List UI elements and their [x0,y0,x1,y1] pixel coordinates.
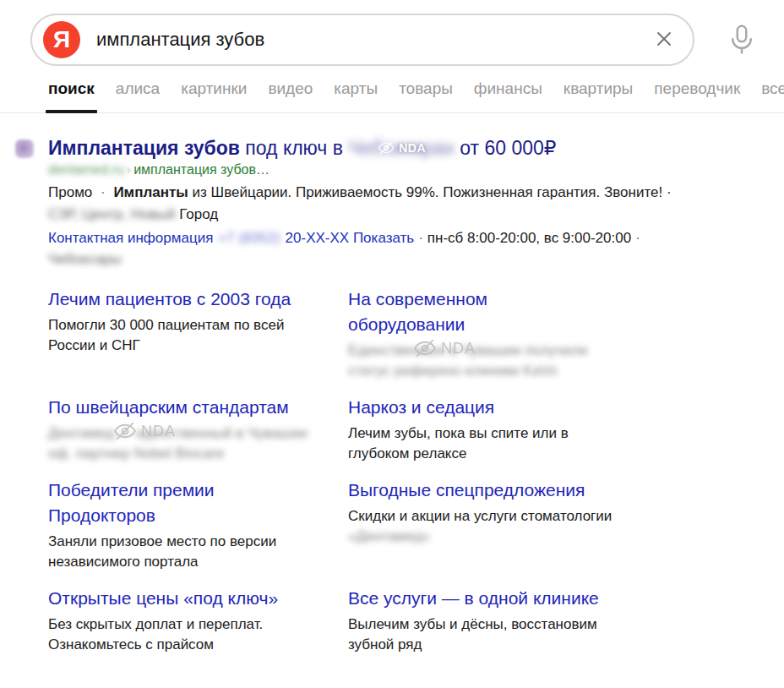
sitelink-item: Наркоз и седация Лечим зубы, пока вы спи… [348,395,648,464]
sitelinks-grid: Лечим пациентов с 2003 года Помогли 30 0… [0,287,784,655]
contact-info-link[interactable]: Контактная информация [48,230,213,246]
organic-result: Имплантация зубов под ключ в ЧебоксарахN… [0,135,784,268]
sitelink-description-line: Без скрытых доплат и переплат. [48,614,348,635]
snippet-text: из Швейцарии. Приживаемость 99%. Пожизне… [188,184,672,200]
redacted-city-region: ЧебоксарахNDA [348,135,455,161]
voice-search-button[interactable] [723,22,760,59]
sitelink-title-line: Открытые цены «под ключ» [48,586,278,611]
sitelink-title-line: оборудовании [348,312,487,337]
tab-images[interactable]: картинки [181,79,247,112]
breadcrumb-path: имплантация зубов… [133,162,270,177]
sitelink-title-line: Все услуги — в одной клинике [348,586,599,611]
tab-video[interactable]: видео [268,79,313,112]
sitelink-description-line: зубной ряд [348,635,648,655]
sitelink-title[interactable]: Наркоз и седация [348,395,494,420]
tab-all[interactable]: все [761,79,784,112]
sitelink-item: По швейцарским стандартам Дентамед — еди… [48,395,348,464]
redacted-text-line: оф. партнер Nobel Biocare [48,444,224,464]
working-hours: пн-сб 8:00-20:00, вс 9:00-20:00 [427,230,631,246]
sitelink-description: Единственные в Чувашии получилистатус ре… [348,341,648,381]
contact-info-line: Контактная информация+7 (8352)20-XX-XX П… [48,228,784,248]
redacted-text-line: «Дентамед» [348,527,430,547]
sitelink-title-line: Продокторов [48,503,215,528]
sitelink-title[interactable]: По швейцарским стандартам [48,395,289,420]
yandex-logo-letter: Я [53,28,70,52]
sitelink-title[interactable]: Победители премииПродокторов [48,478,215,528]
sitelink-description: Лечим зубы, пока вы спите или вглубоком … [348,423,648,464]
tab-alice[interactable]: алиса [116,79,160,112]
sitelink-item: Все услуги — в одной клинике Вылечим зуб… [348,586,648,655]
sitelink-description-line: Помогли 30 000 пациентам по всей [48,315,348,336]
sitelink-title[interactable]: На современномоборудовании [348,287,487,337]
sitelink-description-line: Вылечим зубы и дёсны, восстановим [348,614,648,635]
sitelink-item: На современномоборудовании Единственные … [348,287,648,381]
promo-label: Промо [48,184,92,200]
snippet-address-line: СЗР, Центр, Новый Город [48,206,218,222]
sitelink-description-line: глубоком релаксе [348,444,648,464]
redacted-text-line: Единственные в Чувашии получили [348,341,588,361]
sitelink-title-line: Выгодные спецпредложения [348,478,585,503]
sitelink-title-line: На современном [348,287,487,312]
sitelink-title-line: Победители премии [48,478,215,503]
sitelink-description-line: независимого портала [48,552,348,572]
search-input[interactable]: имплантация зубов [96,29,649,51]
redacted-domain: dentamed.ru [48,162,124,177]
redacted-city-text: Чебоксарах [348,137,455,159]
sitelink-item: Лечим пациентов с 2003 года Помогли 30 0… [48,287,348,381]
redacted-city-line: Чебоксары [48,251,122,268]
show-phone-link[interactable]: 20-XX-XX Показать [286,230,415,246]
redacted-text-line: статус референс-клиники KaVo [348,361,558,381]
sitelink-description-line: Ознакомьтесь с прайсом [48,635,348,655]
sitelink-title[interactable]: Открытые цены «под ключ» [48,586,278,611]
tab-apartments[interactable]: квартиры [564,79,633,112]
sitelink-title-line: По швейцарским стандартам [48,395,289,420]
sitelink-description: Вылечим зубы и дёсны, восстановимзубной … [348,614,648,655]
tab-goods[interactable]: товары [399,79,453,112]
sitelink-item: Выгодные спецпредложения Скидки и акции … [348,478,648,572]
search-results: Имплантация зубов под ключ в ЧебоксарахN… [0,135,784,655]
sitelink-description-line: Лечим зубы, пока вы спите или в [348,423,648,444]
sitelink-title[interactable]: Выгодные спецпредложения [348,478,585,503]
breadcrumb-separator: › [127,162,131,177]
sitelink-description-line: Скидки и акции на услуги стоматологии [348,506,648,527]
sitelink-title-line: Наркоз и седация [348,395,494,420]
snippet-bold: Импланты [113,184,188,200]
sitelink-description-line: России и СНГ [48,336,348,356]
search-bar[interactable]: Я имплантация зубов [30,14,694,66]
redacted-address: СЗР, Центр, Новый [48,206,176,222]
search-header: Я имплантация зубов [0,0,784,78]
sitelink-item: Открытые цены «под ключ» Без скрытых доп… [48,586,348,655]
result-url-breadcrumb[interactable]: dentamed.ru›имплантация зубов… [48,162,784,177]
result-favicon-blurred [15,139,34,158]
sitelink-title[interactable]: Все услуги — в одной клинике [348,586,599,611]
separator-dot: · [96,184,109,200]
separator-dot: · [418,230,423,246]
sitelink-title[interactable]: Лечим пациентов с 2003 года [48,287,291,312]
yandex-logo[interactable]: Я [43,21,80,58]
address-visible: Город [176,206,219,222]
redacted-text-line: Дентамед — единственный в Чувашии [48,423,308,444]
x-close-icon [651,25,678,55]
redacted-phone-prefix: +7 (8352) [218,230,280,246]
tab-maps[interactable]: карты [334,79,378,112]
clear-search-button[interactable] [649,25,679,55]
result-title-price: от 60 000₽ [455,137,557,159]
tab-finance[interactable]: финансы [474,79,542,112]
sitelink-description: Без скрытых доплат и переплат.Ознакомьте… [48,614,348,655]
sitelink-description: Заняли призовое место по версиинезависим… [48,532,348,572]
search-service-tabs: поискалисакартинкивидеокартытоварыфинанс… [0,79,784,113]
result-snippet: Промо · Импланты из Швейцарии. Приживаем… [48,182,784,226]
tab-translator[interactable]: переводчик [654,79,740,112]
sitelink-description: Дентамед — единственный в Чувашииоф. пар… [48,423,348,464]
result-title-bold: Имплантация зубов [48,137,240,159]
tab-search[interactable]: поиск [48,79,95,112]
sitelink-description: Скидки и акции на услуги стоматологии«Де… [348,506,648,547]
sitelink-description-line: Заняли призовое место по версии [48,532,348,552]
sitelink-title-line: Лечим пациентов с 2003 года [48,287,291,312]
snippet-line-1: Промо · Импланты из Швейцарии. Приживаем… [48,184,672,200]
result-title-link[interactable]: Имплантация зубов под ключ в ЧебоксарахN… [48,135,784,161]
sitelink-item: Победители премииПродокторов Заняли приз… [48,478,348,572]
microphone-icon [726,23,758,59]
separator-dot: · [635,230,640,246]
result-title-regular: под ключ в [240,137,348,159]
